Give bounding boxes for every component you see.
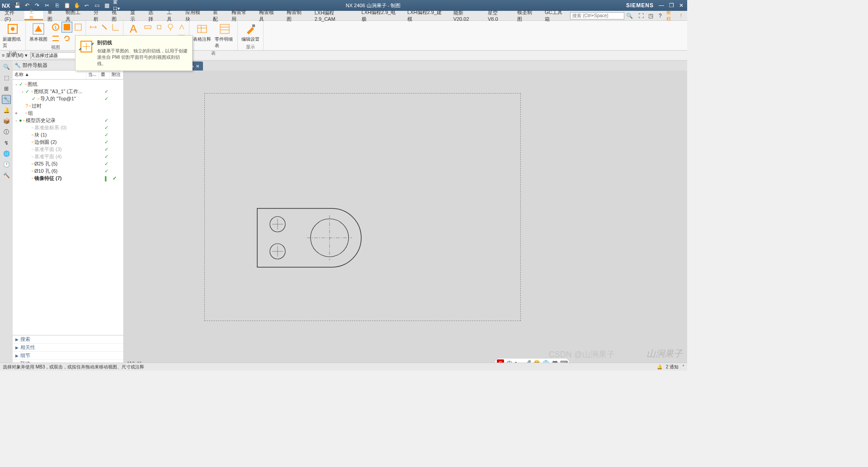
grid-icon[interactable]: ▦ xyxy=(103,2,110,9)
tree-row[interactable]: ▫边倒圆 (2)✓ xyxy=(14,138,123,146)
roles-icon[interactable]: ◳ xyxy=(647,12,654,19)
copy-icon[interactable]: ⎘ xyxy=(53,2,61,9)
tree-row[interactable]: -●▫模型历史记录✓ xyxy=(14,117,123,124)
find-icon[interactable]: 🔍 xyxy=(2,62,11,71)
info-icon[interactable]: ⓘ xyxy=(2,127,11,137)
history-icon[interactable]: 🕐 xyxy=(2,160,11,169)
ordinate-dim-icon[interactable] xyxy=(110,22,121,33)
internet-icon[interactable]: 🌐 xyxy=(2,149,11,158)
alert-icon[interactable]: ! xyxy=(678,12,684,19)
roles-nav-icon[interactable]: ↯ xyxy=(2,138,11,147)
tree-row[interactable]: ▫Ø10 孔 (6)✓ xyxy=(14,167,123,175)
tab-close-icon[interactable]: ✕ xyxy=(196,64,199,69)
menu-分析[interactable]: 分析 xyxy=(89,11,108,20)
note-button[interactable]: A xyxy=(125,22,142,36)
search-input[interactable] xyxy=(570,12,624,19)
tree-row[interactable]: ?▫过时 xyxy=(14,102,123,109)
datum-icon[interactable] xyxy=(154,22,165,33)
proj-view-icon[interactable]: 1 xyxy=(50,22,61,33)
break-view-icon[interactable] xyxy=(50,33,61,44)
tree-row[interactable]: ▫块 (1)✓ xyxy=(14,131,123,138)
part-nav-icon[interactable]: 🔧 xyxy=(2,95,11,104)
document-tabs: 📄 stepped_Section_View.prt ✎ ✕ xyxy=(124,61,687,71)
rapid-dim-icon[interactable] xyxy=(88,22,99,33)
tree-row[interactable]: +▫组 xyxy=(14,109,123,117)
tree-row[interactable]: ▫基准坐标系 (0)✓ xyxy=(14,124,123,131)
balloon-icon[interactable] xyxy=(165,22,176,33)
section-dependency[interactable]: ▶相关性 xyxy=(13,344,123,352)
update-view-icon[interactable] xyxy=(61,33,72,44)
menu-模圣制图[interactable]: 模圣制图 xyxy=(513,11,540,20)
menu-草图[interactable]: 草图 xyxy=(43,11,61,20)
window-icon[interactable]: ▭ xyxy=(93,2,100,9)
restore-icon[interactable]: ❐ xyxy=(667,2,675,9)
tree-row[interactable]: -✓▫图纸页 "A3_1" (工作...✓ xyxy=(14,88,123,95)
menu-GC工具箱[interactable]: GC工具箱 xyxy=(540,11,570,20)
new-sheet-button[interactable]: 新建图纸页 xyxy=(2,22,24,50)
section-details[interactable]: ▶细节 xyxy=(13,352,123,360)
tree-row[interactable]: -✓▫图纸 xyxy=(14,80,123,88)
menu-文件(F)[interactable]: 文件(F) xyxy=(0,11,24,20)
fullscreen-icon[interactable]: ⛶ xyxy=(637,12,644,19)
drawing-canvas[interactable]: "A3_1" xyxy=(124,71,687,368)
constraint-nav-icon[interactable]: ⊞ xyxy=(2,84,11,93)
assembly-nav-icon[interactable]: ⬚ xyxy=(2,73,11,82)
cut-icon[interactable]: ✂ xyxy=(43,2,51,9)
edit-settings-button[interactable]: 编辑设置 xyxy=(240,22,261,43)
menu-梅雷模具[interactable]: 梅雷模具 xyxy=(255,11,282,20)
menu-选择[interactable]: 选择 xyxy=(144,11,162,20)
menu-梅雷制图[interactable]: 梅雷制图 xyxy=(282,11,310,20)
reuse-icon[interactable]: 📦 xyxy=(2,117,11,126)
base-view-button[interactable]: 基本视图 xyxy=(28,22,49,43)
surface-finish-icon[interactable] xyxy=(176,22,187,33)
section-search[interactable]: ▶搜索 xyxy=(13,335,123,344)
window-dropdown[interactable]: 窗口▾ xyxy=(113,2,120,9)
detail-view-icon[interactable] xyxy=(73,22,84,33)
touch-icon[interactable]: ✋ xyxy=(73,2,80,9)
tree-row[interactable]: ▫基准平面 (3)✓ xyxy=(14,146,123,153)
col-notes[interactable]: 附注 xyxy=(110,71,123,79)
menu-工具[interactable]: 工具 xyxy=(162,11,181,20)
close-icon[interactable]: ✕ xyxy=(677,2,685,9)
menu-装配[interactable]: 装配 xyxy=(208,11,227,20)
tree-row[interactable]: ▫镜像特征 (7)‖✓ xyxy=(14,175,123,182)
menu-应用模块[interactable]: 应用模块 xyxy=(181,11,208,20)
section-view-icon[interactable] xyxy=(61,22,72,33)
tree-row[interactable]: ✓▫导入的 "Top@1"✓ xyxy=(14,95,123,102)
menu-梅雷常用[interactable]: 梅雷常用 xyxy=(227,11,255,20)
menu-LXH编程2.9_CAM[interactable]: LXH编程2.9_CAM xyxy=(310,11,357,20)
menu-制图工具[interactable]: 制图工具 xyxy=(61,11,89,20)
menu-星空 V8.0[interactable]: 星空 V8.0 xyxy=(483,11,513,20)
svg-rect-23 xyxy=(220,24,229,33)
parts-list-button[interactable]: 零件明细表 xyxy=(214,22,236,50)
tree-row[interactable]: ▫Ø25 孔 (5)✓ xyxy=(14,160,123,167)
save-icon[interactable]: 💾 xyxy=(14,2,21,9)
menu-视图[interactable]: 视图 xyxy=(107,11,126,20)
menu-LXH编程2.9_建模[interactable]: LXH编程2.9_建模 xyxy=(403,11,449,20)
linear-dim-icon[interactable] xyxy=(99,22,110,33)
col-uptodate[interactable]: 最 xyxy=(99,71,110,79)
tutorial-button[interactable]: 教程 xyxy=(666,12,675,19)
drawing-view[interactable] xyxy=(255,206,368,274)
paste-icon[interactable]: 📋 xyxy=(63,2,71,9)
filter-combo[interactable] xyxy=(30,52,80,59)
notify-icon[interactable]: 🔔 xyxy=(2,106,11,115)
graphics-area: 📄 stepped_Section_View.prt ✎ ✕ "A3_1" xyxy=(124,61,687,368)
notify-count[interactable]: 2 通知 xyxy=(666,364,679,370)
help-icon[interactable]: ? xyxy=(657,12,664,19)
menu-显示[interactable]: 显示 xyxy=(126,11,144,20)
tree-row[interactable]: ▫基准平面 (4)✓ xyxy=(14,153,123,160)
menu-LXH编程2.9_电极[interactable]: LXH编程2.9_电极 xyxy=(357,11,403,20)
chevron-up-icon[interactable]: ˄ xyxy=(682,364,684,369)
col-current[interactable]: 当... xyxy=(86,71,99,79)
search-icon[interactable]: 🔍 xyxy=(626,13,633,19)
feature-control-icon[interactable] xyxy=(142,22,153,33)
minimize-icon[interactable]: — xyxy=(657,2,665,9)
col-name[interactable]: 名称 ▲ xyxy=(13,71,86,79)
bell-icon[interactable]: 🔔 xyxy=(657,364,662,369)
tabular-note-button[interactable]: 表格注释 xyxy=(191,22,213,43)
reset-icon[interactable]: ⤺ xyxy=(83,2,90,9)
toolbox-icon[interactable]: 🔨 xyxy=(2,171,11,180)
menu-主页[interactable]: 主页 xyxy=(24,11,43,20)
menu-能新 V20.02[interactable]: 能新 V20.02 xyxy=(449,11,483,20)
